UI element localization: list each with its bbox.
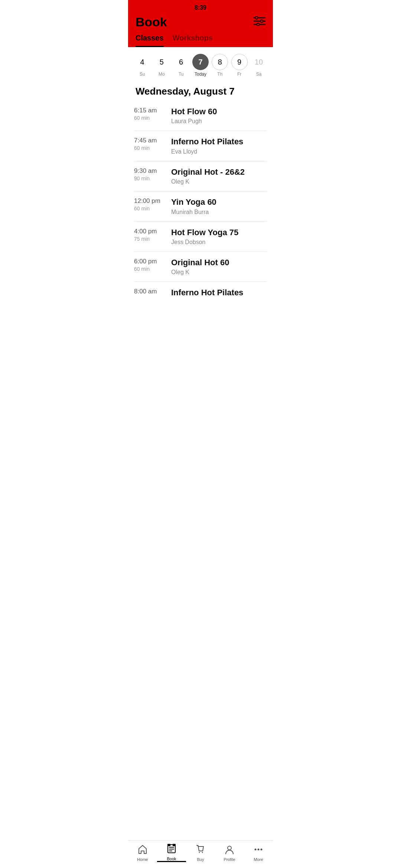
class-info-2: Original Hot - 26&2 Oleg K	[171, 167, 267, 185]
class-duration-4: 75 min	[134, 236, 171, 242]
class-duration-1: 60 min	[134, 145, 171, 151]
class-time-block-4: 4:00 pm 75 min	[134, 228, 171, 242]
class-time-block-5: 6:00 pm 60 min	[134, 258, 171, 272]
class-time-block-2: 9:30 am 90 min	[134, 167, 171, 181]
class-list: 6:15 am 60 min Hot Flow 60 Laura Pugh 7:…	[128, 101, 273, 304]
class-item-0[interactable]: 6:15 am 60 min Hot Flow 60 Laura Pugh	[134, 101, 267, 131]
day-8-label: Th	[217, 72, 222, 77]
tabs-row: Classes Workshops	[136, 34, 265, 47]
day-5-label: Mo	[159, 72, 165, 77]
class-instructor-2: Oleg K	[171, 178, 267, 185]
day-6-number: 6	[173, 54, 189, 70]
svg-point-3	[255, 16, 258, 19]
class-time-0: 6:15 am	[134, 107, 171, 114]
day-8-number: 8	[212, 54, 228, 70]
class-name-5: Original Hot 60	[171, 258, 267, 267]
day-9-number: 9	[231, 54, 248, 70]
class-item-1[interactable]: 7:45 am 60 min Inferno Hot Pilates Eva L…	[134, 131, 267, 161]
day-5-number: 5	[153, 54, 170, 70]
class-duration-5: 60 min	[134, 266, 171, 272]
class-name-3: Yin Yoga 60	[171, 197, 267, 207]
day-7-number: 7	[192, 54, 209, 70]
class-name-2: Original Hot - 26&2	[171, 167, 267, 177]
status-bar: 8:39	[136, 0, 265, 13]
class-time-3: 12:00 pm	[134, 197, 171, 205]
class-info-0: Hot Flow 60 Laura Pugh	[171, 107, 267, 125]
class-duration-3: 60 min	[134, 206, 171, 211]
class-name-0: Hot Flow 60	[171, 107, 267, 116]
class-item-6[interactable]: 8:00 am Inferno Hot Pilates	[134, 282, 267, 303]
svg-point-5	[257, 23, 260, 26]
svg-point-4	[261, 20, 263, 22]
class-instructor-4: Jess Dobson	[171, 239, 267, 246]
class-instructor-3: Munirah Burra	[171, 209, 267, 216]
day-9[interactable]: 9 Fr	[231, 54, 248, 77]
tab-workshops[interactable]: Workshops	[173, 34, 213, 47]
day-4[interactable]: 4 Su	[133, 54, 151, 77]
class-duration-0: 60 min	[134, 115, 171, 121]
day-6-label: Tu	[179, 72, 184, 77]
day-9-label: Fr	[237, 72, 241, 77]
class-instructor-5: Oleg K	[171, 269, 267, 276]
class-instructor-0: Laura Pugh	[171, 118, 267, 125]
class-item-3[interactable]: 12:00 pm 60 min Yin Yoga 60 Munirah Burr…	[134, 191, 267, 221]
class-item-2[interactable]: 9:30 am 90 min Original Hot - 26&2 Oleg …	[134, 161, 267, 191]
day-4-label: Su	[140, 72, 145, 77]
tab-classes[interactable]: Classes	[136, 34, 164, 47]
class-info-1: Inferno Hot Pilates Eva Lloyd	[171, 137, 267, 155]
class-info-6: Inferno Hot Pilates	[171, 288, 267, 297]
class-time-block-6: 8:00 am	[134, 288, 171, 295]
day-6[interactable]: 6 Tu	[172, 54, 190, 77]
class-time-1: 7:45 am	[134, 137, 171, 144]
day-7-label: Today	[195, 72, 206, 77]
class-info-4: Hot Flow Yoga 75 Jess Dobson	[171, 228, 267, 246]
day-7[interactable]: 7 Today	[192, 54, 209, 77]
class-time-6: 8:00 am	[134, 288, 171, 295]
class-time-block-1: 7:45 am 60 min	[134, 137, 171, 151]
class-time-2: 9:30 am	[134, 167, 171, 175]
calendar-strip: 4 Su 5 Mo 6 Tu 7 Today 8 Th 9 Fr 10 Sa	[128, 47, 273, 80]
day-8[interactable]: 8 Th	[211, 54, 229, 77]
day-10-label: Sa	[256, 72, 262, 77]
class-name-1: Inferno Hot Pilates	[171, 137, 267, 147]
status-time: 8:39	[195, 4, 206, 11]
class-item-5[interactable]: 6:00 pm 60 min Original Hot 60 Oleg K	[134, 252, 267, 282]
day-5[interactable]: 5 Mo	[153, 54, 170, 77]
page-title: Book	[136, 15, 167, 29]
header-row: Book	[136, 13, 265, 34]
day-10-number: 10	[251, 54, 267, 70]
class-name-4: Hot Flow Yoga 75	[171, 228, 267, 237]
class-time-block-0: 6:15 am 60 min	[134, 107, 171, 121]
class-instructor-1: Eva Lloyd	[171, 148, 267, 155]
class-duration-2: 90 min	[134, 175, 171, 181]
day-10[interactable]: 10 Sa	[250, 54, 268, 77]
class-time-block-3: 12:00 pm 60 min	[134, 197, 171, 211]
class-time-5: 6:00 pm	[134, 258, 171, 265]
class-item-4[interactable]: 4:00 pm 75 min Hot Flow Yoga 75 Jess Dob…	[134, 222, 267, 252]
class-info-5: Original Hot 60 Oleg K	[171, 258, 267, 276]
class-time-4: 4:00 pm	[134, 228, 171, 235]
filter-icon[interactable]	[254, 16, 265, 28]
day-4-number: 4	[134, 54, 150, 70]
header: 8:39 Book Classes Workshops	[128, 0, 273, 47]
class-info-3: Yin Yoga 60 Munirah Burra	[171, 197, 267, 215]
date-heading: Wednesday, August 7	[128, 80, 273, 101]
class-name-6: Inferno Hot Pilates	[171, 288, 267, 297]
